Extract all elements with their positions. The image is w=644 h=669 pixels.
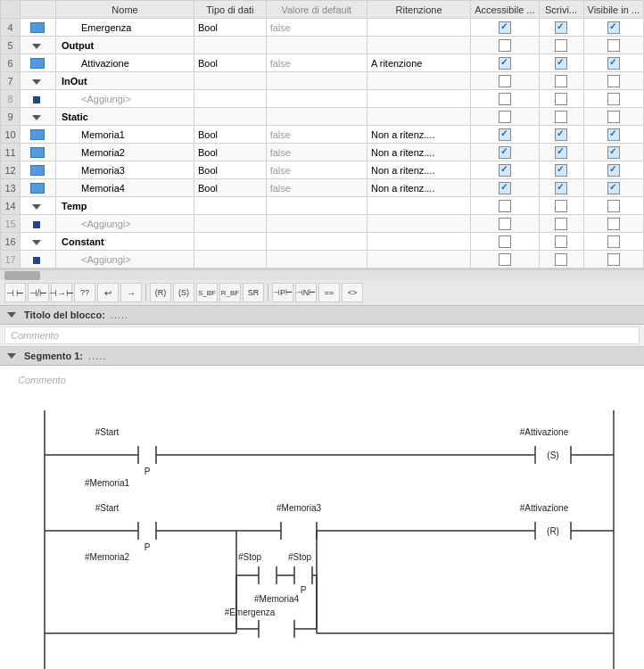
- svg-text:#Start: #Start: [95, 427, 120, 437]
- row-name[interactable]: Memoria4: [56, 179, 194, 197]
- group-expand-icon[interactable]: [32, 44, 41, 49]
- block-comment[interactable]: Commento: [4, 326, 640, 344]
- checkbox-empty: [499, 253, 511, 266]
- row-visible-checkbox: [583, 108, 644, 126]
- sbf-btn[interactable]: S_BF: [196, 283, 218, 302]
- checkbox-checked[interactable]: [555, 57, 567, 70]
- row-name[interactable]: Memoria2: [56, 144, 194, 161]
- group-expand-icon[interactable]: [32, 79, 41, 85]
- checkbox-checked[interactable]: [607, 182, 620, 194]
- svg-text:#Memoria2: #Memoria2: [85, 552, 129, 562]
- contact-q-btn[interactable]: ??: [74, 283, 95, 302]
- checkbox-checked[interactable]: [607, 164, 620, 177]
- row-accessible-checkbox[interactable]: [471, 179, 539, 197]
- coil-btn[interactable]: ↩: [97, 283, 119, 302]
- row-visible-checkbox[interactable]: [583, 126, 644, 144]
- checkbox-empty: [607, 235, 620, 248]
- row-retention: [367, 215, 470, 233]
- row-visible-checkbox: [583, 90, 644, 108]
- row-retention: Non a ritenz....: [367, 179, 470, 197]
- row-default-value: [266, 197, 367, 215]
- contact-open-btn[interactable]: ⊣→⊢: [51, 283, 72, 302]
- checkbox-empty: [555, 253, 567, 266]
- segment-collapse[interactable]: [7, 353, 16, 359]
- reset-coil-btn[interactable]: (R): [150, 283, 171, 302]
- row-write-checkbox[interactable]: [539, 161, 583, 179]
- svg-text:(R): (R): [547, 526, 559, 536]
- row-icon-cell: [21, 179, 56, 197]
- row-write-checkbox[interactable]: [539, 19, 583, 37]
- row-default-value: [266, 215, 367, 233]
- row-name: Constant: [56, 233, 194, 251]
- row-visible-checkbox[interactable]: [583, 179, 644, 197]
- row-name[interactable]: Memoria1: [56, 126, 194, 144]
- row-name[interactable]: <Aggiungi>: [56, 215, 194, 233]
- row-accessible-checkbox[interactable]: [471, 144, 539, 161]
- checkbox-checked[interactable]: [607, 128, 620, 141]
- variable-icon: [30, 147, 45, 158]
- row-write-checkbox[interactable]: [539, 126, 583, 144]
- segment-comment[interactable]: Commento: [0, 373, 644, 387]
- row-name[interactable]: Emergenza: [56, 19, 194, 37]
- rbf-btn[interactable]: R_BF: [219, 283, 241, 302]
- checkbox-checked[interactable]: [555, 182, 567, 194]
- sr-btn[interactable]: SR: [243, 283, 264, 302]
- contact-no-btn[interactable]: ⊣ ⊢: [4, 283, 26, 302]
- row-accessible-checkbox: [471, 233, 539, 251]
- horizontal-scrollbar[interactable]: [0, 269, 644, 280]
- block-title-label: Titolo del blocco:: [24, 310, 105, 320]
- col-scr-header: Scrivi...: [539, 1, 583, 19]
- row-default-value: false: [266, 54, 367, 72]
- arrow-btn[interactable]: →: [120, 283, 142, 302]
- row-write-checkbox: [539, 90, 583, 108]
- neg-edge-btn[interactable]: ⊣N⊢: [295, 283, 317, 302]
- row-name[interactable]: Memoria3: [56, 161, 194, 179]
- eq-btn[interactable]: ==: [318, 283, 340, 302]
- checkbox-checked[interactable]: [555, 146, 567, 159]
- checkbox-checked[interactable]: [499, 57, 511, 70]
- scrollbar-thumb[interactable]: [4, 271, 40, 280]
- checkbox-checked[interactable]: [607, 57, 620, 70]
- group-expand-icon[interactable]: [32, 204, 41, 210]
- row-name[interactable]: <Aggiungi>: [56, 251, 194, 268]
- checkbox-checked[interactable]: [499, 146, 511, 159]
- checkbox-checked[interactable]: [607, 21, 620, 34]
- checkbox-empty: [499, 75, 511, 87]
- contact-nc-btn[interactable]: ⊣/⊢: [28, 283, 49, 302]
- pos-edge-btn[interactable]: ⊣P⊢: [272, 283, 293, 302]
- group-expand-icon[interactable]: [32, 115, 41, 120]
- row-default-value: [266, 251, 367, 268]
- row-accessible-checkbox[interactable]: [471, 54, 539, 72]
- checkbox-checked[interactable]: [499, 182, 511, 194]
- checkbox-checked[interactable]: [555, 128, 567, 141]
- row-visible-checkbox[interactable]: [583, 19, 644, 37]
- checkbox-checked[interactable]: [499, 21, 511, 34]
- row-visible-checkbox[interactable]: [583, 161, 644, 179]
- row-default-value: false: [266, 144, 367, 161]
- row-visible-checkbox[interactable]: [583, 54, 644, 72]
- row-accessible-checkbox[interactable]: [471, 126, 539, 144]
- row-visible-checkbox[interactable]: [583, 144, 644, 161]
- row-write-checkbox[interactable]: [539, 144, 583, 161]
- row-accessible-checkbox[interactable]: [471, 19, 539, 37]
- row-name[interactable]: <Aggiungi>: [56, 90, 194, 108]
- checkbox-checked[interactable]: [555, 164, 567, 177]
- svg-text:#Memoria4: #Memoria4: [254, 594, 299, 604]
- row-default-value: [266, 108, 367, 126]
- neq-btn[interactable]: <>: [342, 283, 363, 302]
- row-write-checkbox[interactable]: [539, 179, 583, 197]
- col-tipo-header: Tipo di dati: [194, 1, 267, 19]
- checkbox-checked[interactable]: [555, 21, 567, 34]
- variable-icon: [30, 58, 45, 69]
- row-default-value: false: [266, 19, 367, 37]
- checkbox-checked[interactable]: [499, 128, 511, 141]
- checkbox-checked[interactable]: [499, 164, 511, 177]
- checkbox-checked[interactable]: [607, 146, 620, 159]
- row-accessible-checkbox[interactable]: [471, 161, 539, 179]
- col-acc-header: Accessibile ...: [471, 1, 539, 19]
- set-coil-btn[interactable]: (S): [173, 283, 194, 302]
- group-expand-icon[interactable]: [32, 240, 41, 245]
- row-name[interactable]: Attivazione: [56, 54, 194, 72]
- row-write-checkbox[interactable]: [539, 54, 583, 72]
- block-title-collapse[interactable]: [7, 312, 16, 318]
